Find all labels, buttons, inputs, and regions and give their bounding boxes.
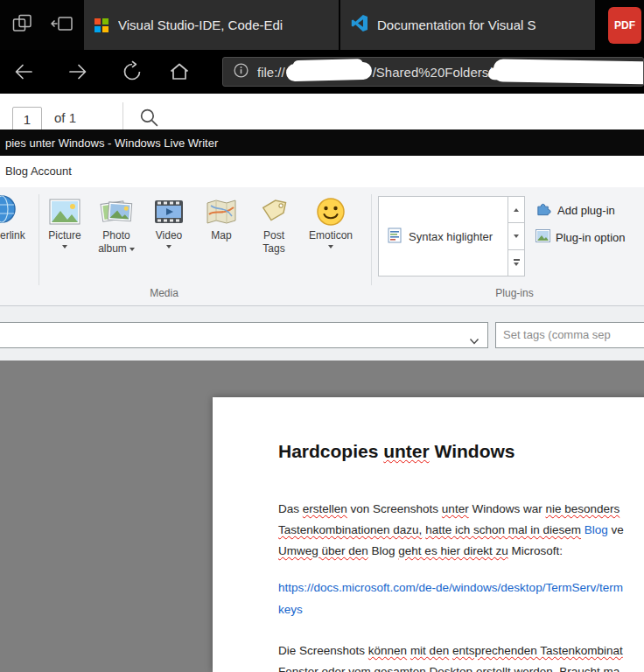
text-segment: geht es hier direkt zu xyxy=(398,544,508,557)
inline-link[interactable]: https://docs.microsoft.com/de-de/windows… xyxy=(278,581,623,594)
ribbon-group-divider xyxy=(371,194,372,285)
ribbon-button-label: Picture xyxy=(48,229,80,242)
ribbon-button-label: Post Tags xyxy=(262,229,284,255)
back-icon[interactable] xyxy=(12,60,35,83)
wlw-tool-row: Set tags (comma sep xyxy=(0,306,644,360)
plugin-gallery-selected[interactable]: Syntax higlighter xyxy=(379,197,508,276)
wlw-titlebar: pies unter Windows - Windows Live Writer xyxy=(0,130,644,156)
redaction-scribble xyxy=(285,62,371,82)
doc-link-line: keys xyxy=(278,603,303,616)
ribbon-button-post-tags[interactable]: Post Tags xyxy=(252,194,296,256)
post-tags-icon xyxy=(259,194,289,229)
gallery-scroll-up-button[interactable] xyxy=(508,197,524,223)
document-page[interactable]: Hardcopies unter Windows Das erstellen v… xyxy=(213,397,644,672)
photo-album-icon xyxy=(100,194,133,229)
doc-paragraph-line: Umweg über den Blog geht es hier direkt … xyxy=(278,544,563,557)
chevron-down-icon xyxy=(328,245,333,248)
tags-placeholder: Set tags (comma sep xyxy=(503,328,611,341)
hyperlink-globe-icon xyxy=(0,194,38,229)
doc-paragraph-line: Das erstellen von Screenshots unter Wind… xyxy=(278,502,620,515)
wlw-window-title: pies unter Windows - Windows Live Writer xyxy=(5,136,218,150)
doc-paragraph-line: Tastenkombinationen dazu, hatte ich scho… xyxy=(278,523,624,536)
ribbon-button-label: Photo album xyxy=(98,229,130,255)
tab-title: Visual Studio-IDE, Code-Edi xyxy=(118,18,283,32)
refresh-icon[interactable] xyxy=(121,60,144,83)
tab-blog-account[interactable]: Blog Account xyxy=(5,164,72,178)
ribbon-button-video[interactable]: Video xyxy=(147,194,191,248)
doc-link-line: https://docs.microsoft.com/de-de/windows… xyxy=(278,581,623,594)
doc-paragraph-line: Fenster oder vom gesamten Desktop erstel… xyxy=(278,665,620,672)
plugin-gallery[interactable]: Syntax higlighter xyxy=(378,196,525,276)
category-combobox[interactable] xyxy=(0,322,488,348)
picture-icon xyxy=(49,194,80,229)
address-scheme: file:// xyxy=(257,65,285,80)
gallery-scroll-down-button[interactable] xyxy=(508,223,524,249)
pdf-page-count: of 1 xyxy=(54,110,76,125)
set-tags-input[interactable]: Set tags (comma sep xyxy=(495,322,644,348)
wlw-editing-area: Hardcopies unter Windows Das erstellen v… xyxy=(0,360,644,672)
text-segment: Das xyxy=(278,502,303,515)
ribbon-group-media: Media xyxy=(83,287,245,299)
tabs-aside-icon[interactable] xyxy=(51,14,74,37)
text-segment: Windows xyxy=(430,441,515,461)
ribbon-button-label: Emoticon xyxy=(309,229,353,242)
document-heading: Hardcopies unter Windows xyxy=(278,441,515,462)
wlw-ribbon: erlink Picture Photo album V xyxy=(0,187,644,306)
puzzle-icon xyxy=(536,201,552,220)
add-plugin-label: Add plug-in xyxy=(557,204,615,217)
emoticon-icon xyxy=(316,194,346,229)
ribbon-button-map[interactable]: Map xyxy=(200,194,243,242)
microsoft-logo-icon xyxy=(94,18,108,32)
chevron-down-icon xyxy=(130,248,135,251)
toolbar-divider xyxy=(122,102,123,130)
chevron-down-icon xyxy=(469,332,480,348)
ribbon-group-divider xyxy=(38,194,39,285)
search-icon[interactable] xyxy=(138,107,160,130)
browser-nav-bar: file:// /Shared%20Folders/ xyxy=(0,50,644,94)
gallery-expand-button[interactable] xyxy=(508,250,524,276)
pdf-app-icon[interactable]: PDF xyxy=(608,7,641,44)
forward-icon[interactable] xyxy=(66,60,89,83)
text-segment: unter xyxy=(383,441,430,461)
ribbon-group-plugins: Plug-ins xyxy=(438,287,592,299)
ribbon-button-picture[interactable]: Picture xyxy=(42,194,88,248)
inline-link[interactable]: keys xyxy=(278,603,303,616)
tab-preview-icon[interactable] xyxy=(12,14,33,37)
browser-tab-documentation[interactable]: Documentation for Visual S xyxy=(340,0,595,50)
address-bar[interactable]: file:// /Shared%20Folders/ xyxy=(222,57,644,87)
plugin-options-button[interactable]: Plug-in option xyxy=(536,229,626,245)
text-segment: Hardcopies xyxy=(278,441,383,461)
pdf-page-number: 1 xyxy=(24,112,31,127)
address-path: /Shared%20Folders/ xyxy=(373,65,493,80)
text-segment: Blog xyxy=(368,544,399,557)
text-segment: von Screenshots xyxy=(347,502,442,515)
browser-tab-visual-studio[interactable]: Visual Studio-IDE, Code-Edi xyxy=(84,0,339,50)
ribbon-button-hyperlink[interactable]: erlink xyxy=(0,194,38,242)
ribbon-button-label: erlink xyxy=(0,229,25,242)
text-segment: erstellen xyxy=(303,502,347,515)
ribbon-button-photo-album[interactable]: Photo album xyxy=(91,194,142,256)
text-segment: hatte ich schon mal in diesem xyxy=(425,523,581,536)
text-segment: unter xyxy=(442,502,469,515)
text-segment: Fenster xyxy=(278,665,322,672)
plugin-options-label: Plug-in option xyxy=(556,231,626,244)
text-segment: erstellt werden xyxy=(476,665,553,672)
browser-tab-bar: Visual Studio-IDE, Code-Edi Documentatio… xyxy=(0,0,644,50)
vscode-logo-icon xyxy=(351,15,368,35)
inline-link[interactable]: Blog xyxy=(584,523,608,536)
ribbon-button-label: Video xyxy=(156,229,182,242)
redaction-scribble xyxy=(494,59,644,84)
text-segment: oder vom gesamten xyxy=(322,665,426,672)
home-icon[interactable] xyxy=(168,60,191,83)
text-segment: können xyxy=(368,644,407,657)
tab-actions xyxy=(0,0,84,50)
text-segment: Umweg über den xyxy=(278,544,368,557)
pdf-viewer-toolbar: 1 of 1 xyxy=(0,94,644,130)
text-segment: Windows war xyxy=(469,502,546,515)
plugin-options-icon xyxy=(536,229,550,245)
ribbon-button-emoticon[interactable]: Emoticon xyxy=(304,194,357,248)
text-segment: Desktop xyxy=(426,665,476,672)
pdf-page-input[interactable]: 1 xyxy=(12,107,42,130)
info-icon[interactable] xyxy=(234,63,248,80)
add-plugin-button[interactable]: Add plug-in xyxy=(536,201,615,220)
